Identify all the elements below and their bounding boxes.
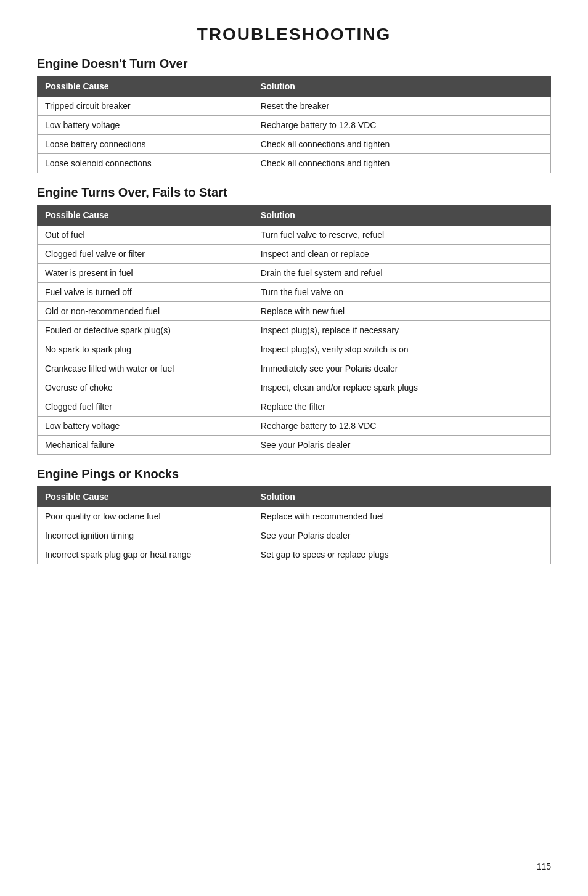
table-2-row-6-cause: Fouled or defective spark plug(s)	[38, 321, 253, 340]
table-2-row-4-solution: Turn the fuel valve on	[253, 283, 550, 302]
table-1-row-4-solution: Check all connections and tighten	[253, 154, 550, 173]
page-title: TROUBLESHOOTING	[37, 25, 551, 44]
table-row: No spark to spark plugInspect plug(s), v…	[38, 340, 551, 359]
table-row: Loose battery connectionsCheck all conne…	[38, 135, 551, 154]
table-2-row-2-cause: Clogged fuel valve or filter	[38, 245, 253, 264]
table-row: Incorrect ignition timingSee your Polari…	[38, 526, 551, 545]
table-row: Low battery voltageRecharge battery to 1…	[38, 417, 551, 436]
table-2: Possible CauseSolutionOut of fuelTurn fu…	[37, 205, 551, 455]
table-2-row-8-solution: Immediately see your Polaris dealer	[253, 359, 550, 378]
table-row: Crankcase filled with water or fuelImmed…	[38, 359, 551, 378]
section-title-3: Engine Pings or Knocks	[37, 467, 551, 481]
table-2-row-10-cause: Clogged fuel filter	[38, 397, 253, 417]
section-title-2: Engine Turns Over, Fails to Start	[37, 185, 551, 200]
table-2-row-9-solution: Inspect, clean and/or replace spark plug…	[253, 378, 550, 397]
table-2-row-8-cause: Crankcase filled with water or fuel	[38, 359, 253, 378]
table-3-row-2-solution: See your Polaris dealer	[253, 526, 550, 545]
table-2-row-3-cause: Water is present in fuel	[38, 264, 253, 283]
table-2-row-2-solution: Inspect and clean or replace	[253, 245, 550, 264]
table-1-row-2-solution: Recharge battery to 12.8 VDC	[253, 116, 550, 135]
table-3-header-cause: Possible Cause	[38, 487, 253, 507]
table-2-row-5-cause: Old or non-recommended fuel	[38, 302, 253, 321]
table-2-row-12-cause: Mechanical failure	[38, 436, 253, 455]
table-2-row-4-cause: Fuel valve is turned off	[38, 283, 253, 302]
table-2-row-11-solution: Recharge battery to 12.8 VDC	[253, 417, 550, 436]
table-2-row-3-solution: Drain the fuel system and refuel	[253, 264, 550, 283]
table-3-row-3-cause: Incorrect spark plug gap or heat range	[38, 545, 253, 564]
table-row: Loose solenoid connectionsCheck all conn…	[38, 154, 551, 173]
table-row: Fouled or defective spark plug(s)Inspect…	[38, 321, 551, 340]
table-1: Possible CauseSolutionTripped circuit br…	[37, 76, 551, 173]
table-row: Low battery voltageRecharge battery to 1…	[38, 116, 551, 135]
table-1-header-solution: Solution	[253, 76, 550, 97]
table-row: Fuel valve is turned offTurn the fuel va…	[38, 283, 551, 302]
table-2-header-solution: Solution	[253, 205, 550, 226]
table-1-row-1-solution: Reset the breaker	[253, 97, 550, 116]
table-row: Mechanical failureSee your Polaris deale…	[38, 436, 551, 455]
table-2-row-7-solution: Inspect plug(s), verify stop switch is o…	[253, 340, 550, 359]
table-1-header-cause: Possible Cause	[38, 76, 253, 97]
table-3: Possible CauseSolutionPoor quality or lo…	[37, 486, 551, 564]
table-2-row-10-solution: Replace the filter	[253, 397, 550, 417]
table-1-row-1-cause: Tripped circuit breaker	[38, 97, 253, 116]
table-3-row-3-solution: Set gap to specs or replace plugs	[253, 545, 550, 564]
table-2-row-7-cause: No spark to spark plug	[38, 340, 253, 359]
table-row: Old or non-recommended fuelReplace with …	[38, 302, 551, 321]
table-3-row-1-solution: Replace with recommended fuel	[253, 507, 550, 526]
table-1-row-3-solution: Check all connections and tighten	[253, 135, 550, 154]
table-3-row-1-cause: Poor quality or low octane fuel	[38, 507, 253, 526]
page-number: 115	[537, 861, 551, 871]
table-row: Clogged fuel filterReplace the filter	[38, 397, 551, 417]
table-3-header-solution: Solution	[253, 487, 550, 507]
table-row: Water is present in fuelDrain the fuel s…	[38, 264, 551, 283]
table-2-row-11-cause: Low battery voltage	[38, 417, 253, 436]
table-row: Poor quality or low octane fuelReplace w…	[38, 507, 551, 526]
table-2-row-9-cause: Overuse of choke	[38, 378, 253, 397]
section-title-1: Engine Doesn't Turn Over	[37, 57, 551, 71]
table-row: Overuse of chokeInspect, clean and/or re…	[38, 378, 551, 397]
table-1-row-2-cause: Low battery voltage	[38, 116, 253, 135]
table-2-row-5-solution: Replace with new fuel	[253, 302, 550, 321]
table-3-row-2-cause: Incorrect ignition timing	[38, 526, 253, 545]
table-row: Out of fuelTurn fuel valve to reserve, r…	[38, 226, 551, 245]
table-1-row-3-cause: Loose battery connections	[38, 135, 253, 154]
table-2-row-12-solution: See your Polaris dealer	[253, 436, 550, 455]
table-2-header-cause: Possible Cause	[38, 205, 253, 226]
table-row: Incorrect spark plug gap or heat rangeSe…	[38, 545, 551, 564]
table-2-row-1-cause: Out of fuel	[38, 226, 253, 245]
table-row: Tripped circuit breakerReset the breaker	[38, 97, 551, 116]
table-1-row-4-cause: Loose solenoid connections	[38, 154, 253, 173]
table-2-row-6-solution: Inspect plug(s), replace if necessary	[253, 321, 550, 340]
table-row: Clogged fuel valve or filterInspect and …	[38, 245, 551, 264]
table-2-row-1-solution: Turn fuel valve to reserve, refuel	[253, 226, 550, 245]
